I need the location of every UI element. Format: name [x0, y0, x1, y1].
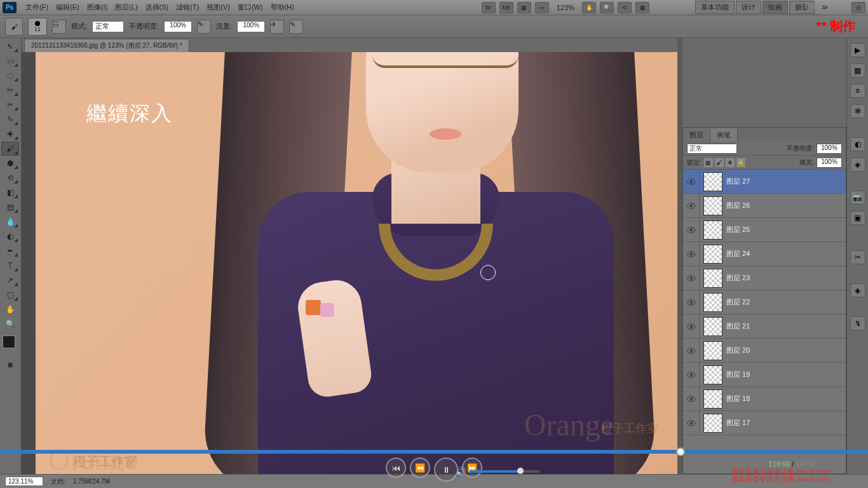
gear-icon[interactable]: ✻ [850, 104, 865, 118]
dodge-tool[interactable]: ◐ [1, 229, 19, 243]
color-swatches[interactable] [1, 334, 20, 357]
layer-thumbnail[interactable] [703, 317, 722, 336]
hand-icon[interactable]: ✋ [582, 2, 596, 13]
workspace-essentials[interactable]: 基本功能 [695, 1, 735, 14]
layer-thumbnail[interactable] [703, 293, 722, 312]
layer-item[interactable]: 图层 26 [683, 194, 846, 218]
menu-edit[interactable]: 编辑(E) [52, 3, 83, 12]
layer-item[interactable]: 图层 21 [683, 315, 846, 339]
extras-icon[interactable]: ▦ [517, 2, 531, 13]
screen-mode-icon[interactable]: ▭ [535, 2, 549, 13]
menu-file[interactable]: 文件(F) [22, 3, 52, 12]
layer-item[interactable]: 图层 24 [683, 242, 846, 266]
layer-item[interactable]: 图层 22 [683, 290, 846, 315]
layer-thumbnail[interactable] [703, 341, 722, 360]
pen-tool[interactable]: ✒ [1, 244, 19, 258]
zoom-icon[interactable]: 🔍 [600, 2, 614, 13]
brush-tool[interactable]: 🖌 [1, 142, 19, 156]
layer-item[interactable]: 图层 17 [683, 411, 846, 435]
layer-visibility-icon[interactable] [683, 411, 700, 435]
menu-select[interactable]: 选择(S) [142, 3, 173, 12]
layer-item[interactable]: 图层 25 [683, 218, 846, 242]
canvas[interactable]: Orange 繼續深入 橙子工作室 [22, 52, 677, 474]
zoom-level[interactable]: 123% [553, 4, 578, 11]
foreground-color[interactable] [3, 336, 15, 348]
paths-icon[interactable]: ↯ [850, 316, 865, 330]
quick-select-tool[interactable]: ✂ [1, 83, 19, 97]
minibridge-icon[interactable]: Mb [499, 2, 513, 13]
video-progress-handle[interactable] [676, 447, 685, 456]
layer-visibility-icon[interactable] [683, 315, 700, 338]
video-rewind-button[interactable]: ⏪ [410, 458, 430, 478]
opacity-pressure-icon[interactable]: ✎ [197, 20, 211, 34]
flow-input[interactable]: 100% [237, 21, 265, 32]
arrange-icon[interactable]: ▦ [635, 2, 649, 13]
airbrush-icon[interactable]: ✈ [270, 20, 284, 34]
video-progress-bar[interactable] [0, 450, 868, 454]
layer-item[interactable]: 图层 20 [683, 339, 846, 363]
document-tab[interactable]: 2012131133419366.jpg @ 123% (图层 27, RGB/… [24, 39, 189, 52]
type-tool[interactable]: T [1, 259, 19, 273]
menu-view[interactable]: 视图(V) [203, 3, 234, 12]
menu-layer[interactable]: 图层(L) [111, 3, 141, 12]
status-zoom[interactable]: 123.11% [5, 477, 43, 486]
layer-visibility-icon[interactable] [683, 363, 700, 386]
brush-panel-toggle-icon[interactable]: ☷ [52, 20, 66, 34]
path-select-tool[interactable]: ↗ [1, 273, 19, 287]
swatches-icon[interactable]: ▦ [850, 64, 865, 78]
layer-thumbnail[interactable] [703, 269, 722, 288]
tools-icon[interactable]: ✂ [850, 250, 865, 264]
layer-item[interactable]: 图层 18 [683, 387, 846, 411]
crop-tool[interactable]: ✂ [1, 98, 19, 112]
volume-slider[interactable] [470, 470, 539, 473]
quick-mask-icon[interactable]: ◙ [1, 358, 19, 372]
styles-icon[interactable]: ◈ [850, 158, 865, 172]
workspace-painting[interactable]: 绘画 [763, 1, 788, 14]
lock-transparent-icon[interactable]: ▦ [704, 158, 713, 167]
layer-visibility-icon[interactable] [683, 194, 700, 217]
brush-preview[interactable]: 11 [28, 18, 47, 36]
layer-thumbnail[interactable] [703, 365, 722, 384]
navigator-icon[interactable]: ▶ [850, 43, 865, 57]
zoom-tool[interactable]: 🔍 [1, 317, 19, 331]
blur-tool[interactable]: 💧 [1, 215, 19, 229]
tablet-pressure-icon[interactable]: ✎ [289, 20, 303, 34]
layers-tab[interactable]: 图层 [683, 128, 710, 142]
camera-icon[interactable]: 📷 [850, 191, 865, 205]
eraser-tool[interactable]: ◧ [1, 186, 19, 200]
lock-pixels-icon[interactable]: 🖌 [715, 158, 724, 167]
move-tool[interactable]: ↖ [1, 39, 19, 53]
menu-filter[interactable]: 滤镜(T) [172, 3, 203, 12]
layer-visibility-icon[interactable] [683, 170, 700, 193]
cslive-icon[interactable]: ◎ [851, 2, 865, 13]
hand-tool[interactable]: ✋ [1, 302, 19, 316]
marquee-tool[interactable]: ▭ [1, 54, 19, 68]
layer-thumbnail[interactable] [703, 172, 722, 191]
library-icon[interactable]: ≡ [850, 84, 865, 98]
video-prev-button[interactable]: ⏮ [386, 458, 406, 478]
menu-image[interactable]: 图像(I) [83, 3, 111, 12]
crop2-icon[interactable]: ▣ [850, 211, 865, 225]
layer-item[interactable]: 图层 27 [683, 170, 846, 194]
volume-handle[interactable] [517, 468, 524, 474]
layer-visibility-icon[interactable] [683, 339, 700, 362]
lasso-tool[interactable]: ◌ [1, 69, 19, 83]
layer-thumbnail[interactable] [703, 245, 722, 264]
layer-thumbnail[interactable] [703, 414, 722, 433]
layer-thumbnail[interactable] [703, 196, 722, 215]
rotate-icon[interactable]: ⟲ [618, 2, 632, 13]
layer-visibility-icon[interactable] [683, 290, 700, 314]
panel-collapse-handle[interactable] [677, 38, 682, 474]
bridge-icon[interactable]: Br [482, 2, 496, 13]
layer-visibility-icon[interactable] [683, 387, 700, 410]
tool-preset-icon[interactable]: 🖌 [5, 18, 23, 36]
layer-visibility-icon[interactable] [683, 266, 700, 290]
menu-window[interactable]: 窗口(W) [234, 3, 267, 12]
layer-fill-input[interactable]: 100% [817, 158, 842, 168]
blend-mode-select[interactable]: 正常 [92, 21, 124, 32]
layer-thumbnail[interactable] [703, 220, 722, 240]
lock-position-icon[interactable]: ✥ [726, 158, 735, 167]
history-brush-tool[interactable]: ⟲ [1, 171, 19, 185]
eyedropper-tool[interactable]: ✎ [1, 112, 19, 126]
layer-visibility-icon[interactable] [683, 218, 700, 241]
